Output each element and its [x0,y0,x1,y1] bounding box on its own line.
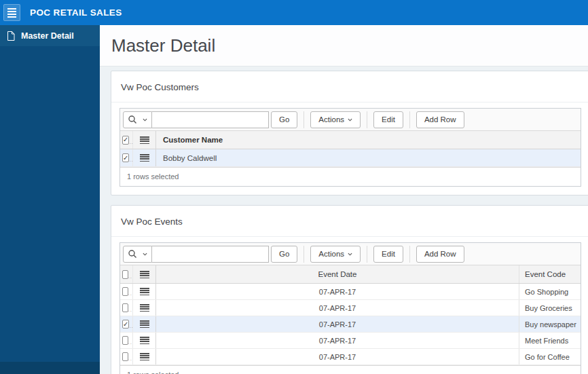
events-toolbar: Go Actions Edit [120,243,581,265]
table-row[interactable]: 07-APR-17 Buy Groceries [120,300,581,316]
table-row[interactable]: 07-APR-17 Buy newspaper [120,316,581,333]
column-header-customer-name[interactable]: Customer Name [156,131,581,149]
row-menu-cell [133,316,156,332]
add-row-button[interactable]: Add Row [416,111,464,128]
events-grid-header-row: Event Date Event Code [120,265,581,284]
toolbar-separator [367,246,367,263]
content-body: Vw Poc Customers [100,67,588,374]
row-select-cell [120,284,133,299]
row-checkbox[interactable] [122,336,128,345]
row-menu-cell [133,333,156,348]
event-code-cell: Go for Coffee [519,349,581,364]
row-select-cell [120,333,133,348]
region-customers: Vw Poc Customers [111,71,588,195]
customer-name-cell: Bobby Caldwell [156,149,581,166]
region-events: Vw Poc Events [111,205,588,374]
customers-grid-header-row: Customer Name [120,131,581,149]
table-row[interactable]: 07-APR-17 Go for Coffee [120,349,581,365]
table-row[interactable]: 07-APR-17 Meet Friends [120,333,581,349]
event-date-cell: 07-APR-17 [156,300,519,316]
events-grid: Go Actions Edit [120,242,581,374]
row-checkbox[interactable] [122,303,128,312]
row-menu-icon[interactable] [140,271,149,278]
sidebar-item-master-detail[interactable]: Master Detail [0,25,100,46]
hamburger-icon [7,8,16,10]
event-code-cell: Buy Groceries [519,300,581,316]
region-customers-header: Vw Poc Customers [111,71,588,102]
page-header: Master Detail [100,25,588,67]
row-menu-icon[interactable] [140,154,149,162]
row-menu-cell [133,349,156,364]
chevron-down-icon [348,117,352,122]
event-date-cell: 07-APR-17 [156,349,519,364]
select-all-cell [120,131,133,149]
toolbar-separator [367,111,367,128]
region-title: Vw Poc Customers [121,82,199,92]
table-row[interactable]: Bobby Caldwell [120,149,581,167]
row-select-cell [120,349,133,364]
actions-menu-button[interactable]: Actions [310,246,361,263]
sidebar-footer [0,362,100,374]
app-title: POC RETAIL SALES [30,7,122,18]
event-date-cell: 07-APR-17 [156,333,519,348]
row-menu-cell [133,149,156,166]
search-input[interactable] [152,111,269,128]
toolbar-separator [304,111,304,128]
app-header: POC RETAIL SALES [0,0,588,25]
chevron-down-icon [143,117,147,122]
chevron-down-icon [348,252,352,257]
search-dropdown-button[interactable] [123,111,152,128]
edit-button[interactable]: Edit [373,246,403,263]
customers-selection-status: 1 rows selected [120,167,581,186]
row-select-cell [120,300,133,316]
sidebar-toggle-button[interactable] [3,4,20,21]
event-code-cell: Meet Friends [519,333,581,348]
row-menu-icon[interactable] [140,304,149,312]
page-title: Master Detail [111,35,588,56]
toolbar-separator [409,111,410,128]
event-date-cell: 07-APR-17 [156,316,519,332]
table-row[interactable]: 07-APR-17 Go Shopping [120,284,581,300]
select-all-checkbox[interactable] [122,270,128,279]
customers-toolbar: Go Actions Edit [120,109,581,131]
region-title: Vw Poc Events [121,217,183,227]
search-dropdown-button[interactable] [123,246,152,263]
row-checkbox[interactable] [122,320,129,329]
go-button[interactable]: Go [271,246,297,263]
row-checkbox[interactable] [122,352,128,361]
edit-button[interactable]: Edit [373,111,403,128]
column-header-event-code[interactable]: Event Code [519,265,581,283]
event-code-cell: Go Shopping [519,284,581,299]
row-menu-icon[interactable] [140,136,149,144]
region-events-header: Vw Poc Events [111,206,588,237]
chevron-down-icon [143,252,147,257]
row-checkbox[interactable] [122,153,129,162]
row-menu-icon[interactable] [140,320,149,328]
select-all-checkbox[interactable] [122,136,129,145]
add-row-button[interactable]: Add Row [416,246,464,263]
search-input[interactable] [152,246,269,263]
row-checkbox[interactable] [122,287,128,296]
toolbar-separator [304,246,304,263]
header-menu-cell [133,131,156,149]
search-icon [128,115,137,124]
search-icon [128,249,137,259]
row-menu-cell [133,284,156,299]
column-header-event-date[interactable]: Event Date [156,265,519,283]
actions-menu-button[interactable]: Actions [310,111,361,128]
header-menu-cell [133,265,156,283]
row-menu-icon[interactable] [140,337,149,344]
toolbar-separator [409,246,410,263]
row-menu-icon[interactable] [140,288,149,295]
main-content: Master Detail Vw Poc Customers [100,25,588,374]
row-menu-icon[interactable] [140,353,149,360]
row-select-cell [120,149,133,166]
go-button[interactable]: Go [271,111,297,128]
event-date-cell: 07-APR-17 [156,284,519,299]
row-menu-cell [133,300,156,316]
event-code-cell: Buy newspaper [519,316,581,332]
page-icon [7,31,15,41]
select-all-cell [120,265,133,283]
customers-grid: Go Actions Edit [120,108,581,187]
events-selection-status: 1 rows selected [120,365,581,374]
